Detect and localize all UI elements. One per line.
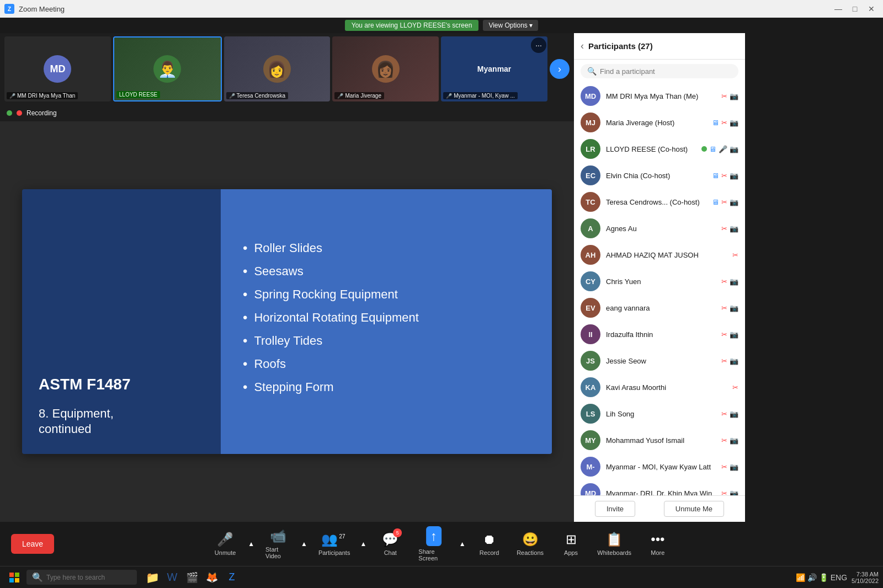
recording-dot	[17, 110, 22, 116]
battery-icon[interactable]: 🔋	[819, 573, 828, 582]
taskbar-app-word[interactable]: W	[163, 569, 181, 586]
taskbar-app-vlc[interactable]: 🎬	[183, 569, 201, 586]
participant-name: Mohammad Yusof Ismail	[606, 436, 716, 445]
whiteboards-button[interactable]: 📋 Whiteboards	[593, 530, 636, 558]
chat-button[interactable]: 💬 5 Chat	[371, 530, 409, 558]
participant-row-irdazulfa[interactable]: II Irdazulfa Ithnin ✂ 📷	[574, 321, 745, 348]
participant-name: Lih Song	[606, 410, 716, 418]
minimize-button[interactable]: —	[831, 3, 845, 14]
record-icon: ⏺	[483, 532, 496, 547]
avatar: KA	[581, 377, 600, 397]
unmute-chevron[interactable]: ▲	[246, 538, 257, 550]
share-chevron[interactable]: ▲	[457, 538, 468, 550]
date-display: 5/10/2022	[852, 578, 879, 584]
taskbar-search-input[interactable]	[46, 574, 131, 581]
mic-off-icon: ✂	[721, 172, 727, 180]
search-input[interactable]	[600, 67, 732, 76]
language-icon[interactable]: ENG	[831, 573, 847, 582]
participant-icons: 🖥 🎤 📷	[701, 145, 738, 153]
panel-header: ‹ Participants (27)	[574, 33, 745, 60]
close-button[interactable]: ✕	[864, 3, 879, 14]
bullet-horizontal: Horizontal Rotating Equipment	[243, 310, 419, 325]
participant-row-lih[interactable]: LS Lih Song ✂ 📷	[574, 400, 745, 427]
share-screen-button[interactable]: ↑ Share Screen	[412, 524, 455, 564]
participant-row-mm-dri[interactable]: MD MM DRI Mya Mya Than (Me) ✂ 📷	[574, 83, 745, 109]
mic-off-icon: ✂	[721, 277, 727, 286]
participant-row-jessie[interactable]: JS Jessie Seow ✂ 📷	[574, 348, 745, 374]
participants-chevron[interactable]: ▲	[358, 538, 369, 550]
avatar: EV	[581, 298, 600, 318]
view-options-button[interactable]: View Options ▾	[483, 20, 538, 31]
participant-name: AHMAD HAZIQ MAT JUSOH	[606, 251, 727, 259]
maximize-button[interactable]: □	[848, 3, 862, 14]
video-off-icon: 📷	[730, 277, 738, 286]
apps-button[interactable]: ⊞ Apps	[552, 530, 591, 558]
video-off-icon: 📷	[730, 330, 738, 339]
avatar: MD	[581, 86, 600, 106]
participant-search-bar[interactable]: 🔍	[581, 64, 738, 78]
participant-row-eang[interactable]: EV eang vannara ✂ 📷	[574, 295, 745, 321]
avatar: MJ	[581, 113, 600, 132]
screen-share-icon: 🖥	[712, 172, 719, 180]
unmute-me-button[interactable]: Unmute Me	[664, 501, 724, 517]
volume-icon[interactable]: 🔊	[807, 573, 817, 582]
thumb-name-lloyd: LLOYD REESE	[119, 92, 157, 98]
participant-thumb-mm-dri[interactable]: MD 🎤 MM DRI Mya Mya Than	[4, 36, 111, 101]
participant-row-maria[interactable]: MJ Maria Jiverage (Host) 🖥 ✂ 📷	[574, 109, 745, 136]
start-video-button[interactable]: 📹 Start Video	[259, 526, 297, 562]
participant-row-chris[interactable]: CY Chris Yuen ✂ 📷	[574, 268, 745, 295]
participant-row-teresa[interactable]: TC Teresa Cendrows... (Co-host) 🖥 ✂ 📷	[574, 189, 745, 215]
participant-thumb-teresa[interactable]: 👩 🎤 Teresa Cendrowska	[224, 36, 331, 101]
slide-right-panel: Roller Slides Seesaws Spring Rocking Equ…	[221, 189, 552, 454]
unmute-button[interactable]: 🎤 Unmute	[206, 530, 244, 558]
participant-row-ahmad[interactable]: AH AHMAD HAZIQ MAT JUSOH ✂	[574, 242, 745, 268]
taskbar-app-explorer[interactable]: 📁	[143, 569, 161, 586]
taskbar-search-bar[interactable]: 🔍	[26, 570, 137, 585]
mic-off-icon: ✂	[721, 489, 727, 496]
taskbar-clock[interactable]: 7:38 AM 5/10/2022	[852, 571, 879, 584]
network-icon[interactable]: 📶	[796, 573, 805, 582]
video-chevron[interactable]: ▲	[299, 538, 310, 550]
participant-row-myanmar-dri[interactable]: MD Myanmar- DRI, Dr. Khin Mya Win ✂ 📷	[574, 480, 745, 495]
participant-row-kavi[interactable]: KA Kavi Arasu Moorthi ✂	[574, 374, 745, 400]
record-button[interactable]: ⏺ Record	[470, 530, 509, 558]
video-off-icon: 📷	[730, 198, 738, 206]
meeting-toolbar: Leave 🎤 Unmute ▲ 📹 Start Video ▲ 👥 27	[0, 522, 883, 566]
avatar: CY	[581, 271, 600, 291]
participants-panel: ‹ Participants (27) 🔍 MD MM DRI Mya Mya …	[574, 33, 745, 522]
share-screen-label: Share Screen	[418, 548, 449, 562]
invite-button[interactable]: Invite	[595, 501, 635, 517]
avatar: A	[581, 218, 600, 238]
participant-row-mohammad[interactable]: MY Mohammad Yusof Ismail ✂ 📷	[574, 427, 745, 453]
participants-label: Participants	[318, 549, 350, 556]
participant-icons: ✂ 📷	[721, 463, 738, 471]
participant-row-agnes[interactable]: A Agnes Au ✂ 📷	[574, 215, 745, 242]
svg-rect-3	[15, 578, 19, 582]
participant-thumb-maria[interactable]: 👩🏾 🎤 Maria Jiverage	[332, 36, 439, 101]
taskbar-app-firefox[interactable]: 🦊	[203, 569, 221, 586]
start-button[interactable]	[4, 568, 24, 587]
participant-name: Maria Jiverage (Host)	[606, 119, 706, 127]
video-off-icon: 📷	[730, 489, 738, 496]
more-button[interactable]: ••• More	[639, 530, 677, 558]
panel-collapse-button[interactable]: ‹	[581, 40, 584, 52]
system-tray: 📶 🔊 🔋 ENG	[796, 573, 847, 582]
reactions-button[interactable]: 😀 Reactions	[511, 530, 550, 558]
participant-row-elvin[interactable]: EC Elvin Chia (Co-host) 🖥 ✂ 📷	[574, 162, 745, 189]
participant-icons: ✂ 📷	[721, 436, 738, 445]
mic-off-icon: ✂	[732, 251, 738, 259]
unmute-label: Unmute	[215, 549, 236, 556]
participant-thumb-lloyd[interactable]: 👨‍💼 LLOYD REESE	[113, 36, 222, 101]
participant-row-myanmar-kyaw[interactable]: M- Myanmar - MOI, Kyaw Kyaw Latt ✂ 📷	[574, 453, 745, 480]
participant-row-lloyd[interactable]: LR LLOYD REESE (Co-host) 🖥 🎤 📷	[574, 136, 745, 162]
avatar: AH	[581, 245, 600, 265]
participants-button[interactable]: 👥 27 Participants	[312, 530, 357, 558]
apps-label: Apps	[564, 549, 578, 556]
next-participants-button[interactable]: ›	[550, 59, 570, 79]
taskbar-app-zoom[interactable]: Z	[223, 569, 241, 586]
more-participants-button[interactable]: ···	[531, 38, 546, 53]
leave-button[interactable]: Leave	[11, 534, 54, 554]
participant-icons: ✂ 📷	[721, 224, 738, 233]
start-video-label: Start Video	[265, 546, 291, 559]
panel-footer: Invite Unmute Me	[574, 495, 745, 522]
